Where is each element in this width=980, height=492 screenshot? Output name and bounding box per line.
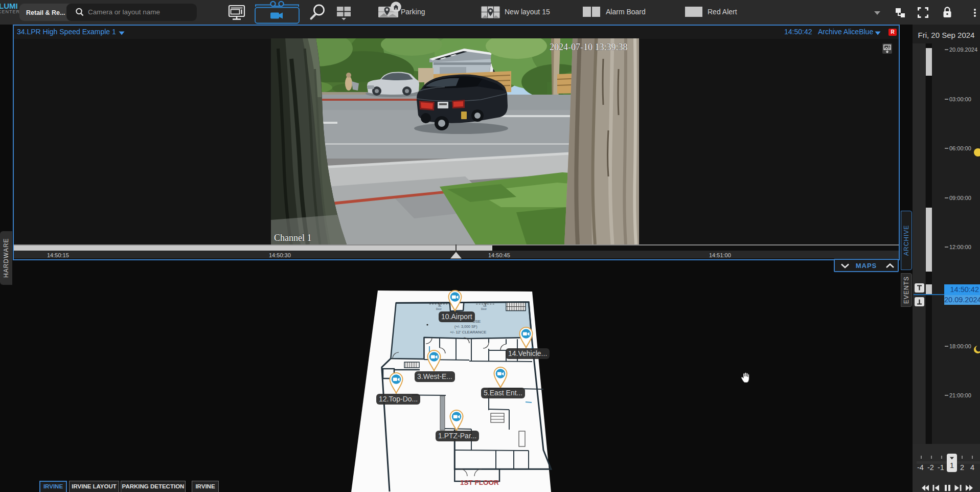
svg-text:Door: Door — [436, 307, 442, 310]
svg-text:2024-07-10 13:39:38: 2024-07-10 13:39:38 — [550, 42, 628, 52]
svg-text:Channel 1: Channel 1 — [274, 233, 312, 243]
svg-text:Door: Door — [481, 307, 487, 310]
svg-text:(+/- 3,000 SF): (+/- 3,000 SF) — [454, 324, 477, 329]
svg-text:1ST FLOOR: 1ST FLOOR — [460, 479, 499, 486]
svg-text:+/- 12' CLEARANCE: +/- 12' CLEARANCE — [450, 330, 486, 334]
